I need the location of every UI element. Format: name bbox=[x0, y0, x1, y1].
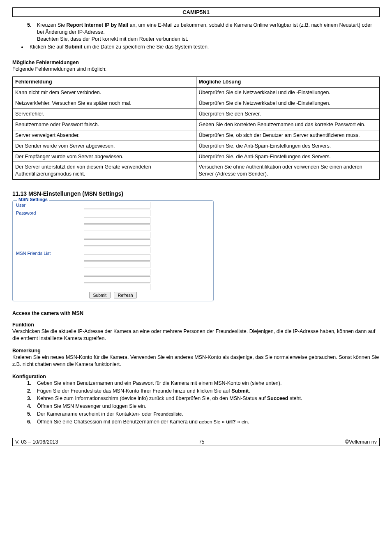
step-small: Freundesliste bbox=[153, 412, 182, 416]
step-number: 1. bbox=[27, 380, 31, 387]
cell: Kann nicht mit dem Server verbinden. bbox=[13, 88, 196, 98]
step-mid: « bbox=[220, 419, 226, 425]
msn-settings-panel: MSN Settings User Password MSN Friends L… bbox=[12, 200, 214, 301]
cell: Überprüfen Sie, ob sich der Benutzer am … bbox=[196, 130, 380, 141]
cell: Überprüfen Sie die Netzwerkkabel und die… bbox=[196, 88, 380, 98]
msn-friend-input[interactable] bbox=[84, 269, 150, 275]
step-bold: Report Internet IP by Mail bbox=[67, 22, 129, 28]
msn-friend-input[interactable] bbox=[84, 261, 150, 268]
bullet-bold: Submit bbox=[65, 44, 82, 50]
step-small2: ein. bbox=[242, 419, 249, 424]
msn-friend-input[interactable] bbox=[84, 232, 150, 238]
intro-bullet-list: Klicken Sie auf Submit um die Daten zu s… bbox=[27, 44, 380, 51]
cell: Überprüfen Sie, die Anti-Spam-Einstellun… bbox=[196, 151, 380, 162]
msn-friend-input[interactable] bbox=[84, 276, 150, 283]
msn-row-user: User bbox=[14, 202, 212, 208]
table-row: Kann nicht mit dem Server verbinden.Über… bbox=[13, 88, 380, 98]
step-number: 5. bbox=[27, 411, 31, 418]
step-text: Öffnen Sie MSN Messenger und loggen Sie … bbox=[37, 403, 146, 409]
submit-button[interactable]: Submit bbox=[89, 292, 111, 298]
step-small: geben Sie bbox=[199, 419, 220, 424]
footer-right: ©Velleman nv bbox=[345, 439, 377, 445]
refresh-button[interactable]: Refresh bbox=[114, 292, 137, 298]
intro-ordered-list: 5. Kreuzen Sie Report Internet IP by Mai… bbox=[27, 22, 380, 43]
error-table: Fehlermeldung Mögliche Lösung Kann nicht… bbox=[12, 76, 380, 180]
step-text: Geben Sie einen Benutzernamen und ein Pa… bbox=[37, 380, 281, 386]
step-text-c: Beachten Sie, dass der Port korrekt mit … bbox=[37, 36, 188, 42]
msn-user-input[interactable] bbox=[84, 202, 150, 208]
cell: Überprüfen Sie, die Anti-Spam-Einstellun… bbox=[196, 141, 380, 151]
footer-left: V. 03 – 10/06/2013 bbox=[15, 439, 58, 445]
table-header-row: Fehlermeldung Mögliche Lösung bbox=[13, 77, 380, 88]
msn-friend-input[interactable] bbox=[84, 217, 150, 224]
msn-friend-input[interactable] bbox=[84, 254, 150, 261]
step-text-b: steht. bbox=[288, 395, 302, 401]
step-text-b: . bbox=[249, 388, 250, 394]
msn-friends-inputs bbox=[84, 217, 150, 290]
errors-heading: Mögliche Fehlermeldungen bbox=[12, 60, 380, 65]
errors-sub: Folgende Fehlermeldungen sind möglich: bbox=[12, 66, 380, 73]
step-bold: Succeed bbox=[267, 395, 288, 401]
msn-user-label: User bbox=[14, 203, 84, 208]
doc-title: CAMIP5N1 bbox=[182, 9, 210, 15]
konfig-list: 1. Geben Sie einen Benutzernamen und ein… bbox=[27, 380, 380, 426]
access-heading: Access the camera with MSN bbox=[12, 310, 380, 316]
msn-friend-input[interactable] bbox=[84, 224, 150, 231]
step-number: 4. bbox=[27, 403, 31, 410]
cell: Geben Sie den korrekten Benutzernamen un… bbox=[196, 119, 380, 130]
bemerkung-para: Kreieren Sie ein neues MSN-Konto für die… bbox=[12, 354, 380, 368]
table-row: Benutzername oder Passwort falsch.Geben … bbox=[13, 119, 380, 130]
msn-legend: MSN Settings bbox=[17, 197, 49, 202]
step-number: 2. bbox=[27, 388, 31, 395]
cell: Benutzername oder Passwort falsch. bbox=[13, 119, 196, 130]
footer-center: 75 bbox=[199, 439, 205, 445]
cell: Der Sender wurde vom Server abgewiesen. bbox=[13, 141, 196, 151]
konfig-step: 2. Fügen Sie der Freundesliste das MSN-K… bbox=[27, 388, 380, 395]
cell: Der Empfänger wurde vom Server abgewiese… bbox=[13, 151, 196, 162]
cell: Überprüfen Sie die Netzwerkkabel und die… bbox=[196, 98, 380, 109]
step-bold: Submit bbox=[231, 388, 249, 394]
step-number: 5. bbox=[27, 22, 31, 29]
konfig-step: 4. Öffnen Sie MSN Messenger und loggen S… bbox=[27, 403, 380, 410]
bullet-text-b: um die Daten zu speichern ehe Sie das Sy… bbox=[83, 44, 209, 50]
step-text-a: Fügen Sie der Freundesliste das MSN-Kont… bbox=[37, 388, 231, 394]
table-row: Der Sender wurde vom Server abgewiesen.Ü… bbox=[13, 141, 380, 151]
section-title: 11.13 MSN-Einstellungen (MSN Settings) bbox=[12, 190, 380, 197]
funktion-heading: Funktion bbox=[12, 322, 380, 328]
table-row: Serverfehler.Überprüfen Sie den Server. bbox=[13, 109, 380, 120]
cell: Netzwerkfehler. Versuchen Sie es später … bbox=[13, 98, 196, 109]
table-row: Server verweigert Absender.Überprüfen Si… bbox=[13, 130, 380, 141]
intro-bullet: Klicken Sie auf Submit um die Daten zu s… bbox=[27, 44, 380, 51]
col-header-1: Fehlermeldung bbox=[13, 77, 196, 88]
msn-friend-input[interactable] bbox=[84, 239, 150, 246]
step-number: 3. bbox=[27, 395, 31, 402]
msn-password-input[interactable] bbox=[84, 210, 150, 216]
funktion-para: Verschicken Sie die aktuelle IP-Adresse … bbox=[12, 328, 380, 342]
col-header-2: Mögliche Lösung bbox=[196, 77, 380, 88]
table-row: Netzwerkfehler. Versuchen Sie es später … bbox=[13, 98, 380, 109]
cell: Serverfehler. bbox=[13, 109, 196, 120]
bemerkung-heading: Bemerkung bbox=[12, 348, 380, 354]
msn-password-label: Password bbox=[14, 210, 84, 215]
konfig-step: 5. Der Kameraname erscheint in der Konta… bbox=[27, 411, 380, 418]
msn-friends-label: MSN Friends List bbox=[14, 251, 84, 256]
step-text-a: Öffnen Sie eine Chatsession mit dem Benu… bbox=[37, 419, 199, 425]
msn-friends-row: MSN Friends List bbox=[14, 216, 212, 290]
bullet-text-a: Klicken Sie auf bbox=[30, 44, 65, 50]
step-text-a: Der Kameraname erscheint in der Kontakte… bbox=[37, 411, 153, 417]
msn-friend-input[interactable] bbox=[84, 284, 150, 290]
step-text-a: Kehren Sie zum Informationsschirm (devic… bbox=[37, 395, 267, 401]
doc-footer: V. 03 – 10/06/2013 75 ©Velleman nv bbox=[12, 438, 380, 446]
msn-button-row: Submit Refresh bbox=[14, 292, 212, 298]
doc-header: CAMIP5N1 bbox=[12, 7, 380, 17]
konfig-step: 6. Öffnen Sie eine Chatsession mit dem B… bbox=[27, 419, 380, 426]
cell: Server verweigert Absender. bbox=[13, 130, 196, 141]
table-row: Der Empfänger wurde vom Server abgewiese… bbox=[13, 151, 380, 162]
konfig-step: 3. Kehren Sie zum Informationsschirm (de… bbox=[27, 395, 380, 402]
step-text-b: . bbox=[182, 411, 183, 417]
msn-row-password: Password bbox=[14, 210, 212, 216]
step-bold: url? bbox=[226, 419, 236, 425]
step-text-a: Kreuzen Sie bbox=[37, 22, 67, 28]
step-number: 6. bbox=[27, 419, 31, 426]
msn-friend-input[interactable] bbox=[84, 247, 150, 253]
